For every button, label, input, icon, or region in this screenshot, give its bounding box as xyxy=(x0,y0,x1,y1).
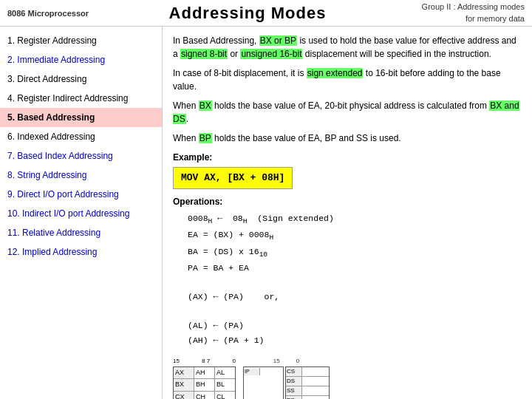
sidebar-item-5[interactable]: 5. Based Addressing xyxy=(0,108,162,127)
sidebar-item-3[interactable]: 3. Direct Addressing xyxy=(0,69,162,89)
code-example: MOV AX, [BX + 08H] xyxy=(173,167,293,189)
op-line-1: 0008H ← 08H (Sign extended) xyxy=(188,211,522,228)
example-label: Example: xyxy=(173,151,522,164)
header: 8086 Microprocessor Addressing Modes Gro… xyxy=(0,0,532,27)
bit-num1: 15 0 xyxy=(273,357,300,366)
para2: In case of 8-bit displacement, it is sig… xyxy=(173,66,522,93)
reg-diagram-wrap: 158 70 AXAHAL BXBHBL CXCHCL DXDHDL SP BP… xyxy=(173,357,236,399)
sidebar: 1. Register Addressing2. Immediate Addre… xyxy=(0,27,163,399)
bus-diagram-wrap: 15 0 IP CS DS SS ES BIU xyxy=(243,357,330,399)
op-line-8: (AL) ← (PA) xyxy=(188,318,522,333)
sidebar-item-6[interactable]: 6. Indexed Addressing xyxy=(0,127,162,146)
operations-label: Operations: xyxy=(173,195,522,208)
highlight-bx-ds: BX and DS xyxy=(173,100,519,124)
header-subtitle: Group II : Addressing modes for memory d… xyxy=(392,1,525,24)
highlight-sign-ext: sign extended xyxy=(307,68,364,78)
seg-diagram: CS DS SS ES xyxy=(285,366,330,399)
sidebar-item-12[interactable]: 12. Implied Addressing xyxy=(0,242,162,262)
logo: 8086 Microprocessor xyxy=(7,9,103,18)
bit-header: 158 70 xyxy=(173,357,236,366)
op-line-5 xyxy=(188,276,522,290)
op-line-2: EA = (BX) + 0008H xyxy=(188,228,522,245)
page-title: Addressing Modes xyxy=(103,4,392,23)
highlight-signed: signed 8-bit xyxy=(180,49,228,59)
content-area: In Based Addressing, BX or BP is used to… xyxy=(163,27,532,399)
highlight-bp: BP xyxy=(199,133,212,143)
op-line-4: PA = BA + EA xyxy=(188,261,522,276)
para3: When BX holds the base value of EA, 20-b… xyxy=(173,99,522,126)
sidebar-item-9[interactable]: 9. Direct I/O port Addressing xyxy=(0,185,162,204)
op-line-9: (AH) ← (PA + 1) xyxy=(188,333,522,348)
sidebar-item-8[interactable]: 8. String Addressing xyxy=(0,166,162,185)
sidebar-item-11[interactable]: 11. Relative Addressing xyxy=(0,223,162,242)
highlight-bx-bp: BX or BP xyxy=(259,35,297,46)
op-line-3: BA = (DS) x 1610 xyxy=(188,245,522,262)
sidebar-item-7[interactable]: 7. Based Index Addressing xyxy=(0,146,162,166)
operations-content: 0008H ← 08H (Sign extended) EA = (BX) + … xyxy=(188,211,522,348)
para1: In Based Addressing, BX or BP is used to… xyxy=(173,34,522,61)
diagram-area: 158 70 AXAHAL BXBHBL CXCHCL DXDHDL SP BP… xyxy=(173,357,330,399)
sidebar-item-4[interactable]: 4. Register Indirect Addressing xyxy=(0,89,162,108)
highlight-bx: BX xyxy=(199,100,212,111)
highlight-unsigned: unsigned 16-bit xyxy=(240,49,302,59)
op-line-6: (AX) ← (PA) or, xyxy=(188,290,522,304)
ip-diagram: IP xyxy=(243,366,284,399)
sidebar-item-1[interactable]: 1. Register Addressing xyxy=(0,31,162,50)
sidebar-item-10[interactable]: 10. Indirect I/O port Addressing xyxy=(0,204,162,223)
para4: When BP holds the base value of EA, BP a… xyxy=(173,132,522,145)
main-layout: 1. Register Addressing2. Immediate Addre… xyxy=(0,27,532,399)
op-line-7 xyxy=(188,304,522,319)
sidebar-item-2[interactable]: 2. Immediate Addressing xyxy=(0,50,162,69)
reg-diagram: AXAHAL BXBHBL CXCHCL DXDHDL xyxy=(173,366,236,399)
